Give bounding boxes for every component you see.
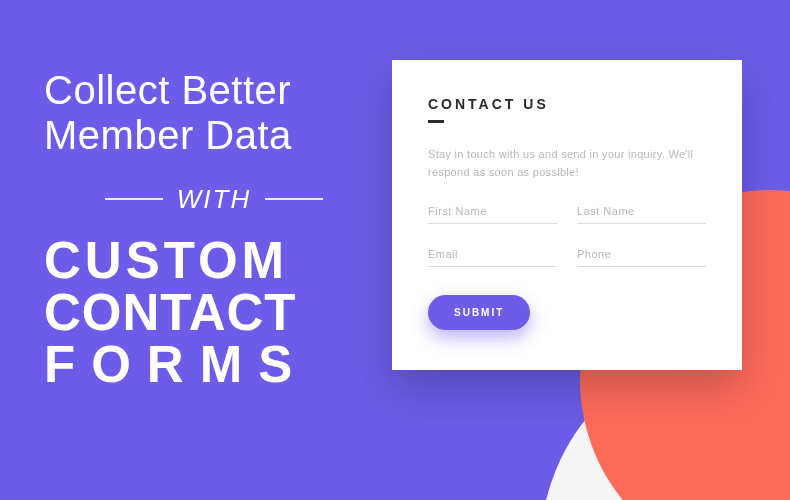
first-name-field[interactable] bbox=[428, 199, 557, 224]
submit-button[interactable]: SUBMIT bbox=[428, 295, 530, 330]
form-fields bbox=[428, 199, 706, 267]
email-field[interactable] bbox=[428, 242, 557, 267]
headline-divider-row: WITH bbox=[44, 184, 384, 215]
form-title: CONTACT US bbox=[428, 96, 706, 112]
headline-bottom: CUSTOM CONTACT FORMS bbox=[44, 235, 384, 391]
title-underline bbox=[428, 120, 444, 123]
headline-bottom-2: CONTACT bbox=[44, 287, 384, 339]
headline-block: Collect Better Member Data WITH CUSTOM C… bbox=[44, 68, 384, 391]
headline-bottom-3: FORMS bbox=[44, 339, 384, 391]
divider-line-right bbox=[265, 198, 323, 200]
divider-line-left bbox=[105, 198, 163, 200]
contact-form-card: CONTACT US Stay in touch with us and sen… bbox=[392, 60, 742, 370]
headline-bottom-1: CUSTOM bbox=[44, 235, 384, 287]
headline-top: Collect Better Member Data bbox=[44, 68, 384, 158]
form-description: Stay in touch with us and send in your i… bbox=[428, 145, 706, 181]
last-name-field[interactable] bbox=[577, 199, 706, 224]
headline-with: WITH bbox=[177, 184, 251, 215]
phone-field[interactable] bbox=[577, 242, 706, 267]
